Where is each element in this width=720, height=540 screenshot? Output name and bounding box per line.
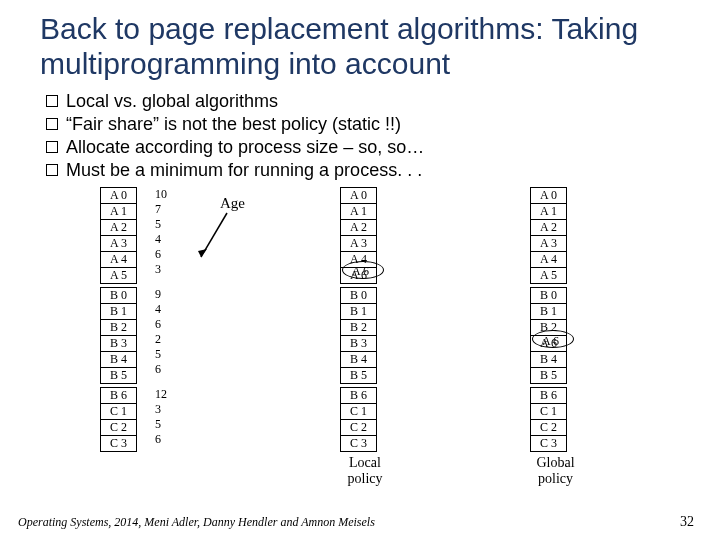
col1-table-B: B 0 B 1 B 2 B 3 B 4 B 5 xyxy=(100,287,137,384)
cell: C 2 xyxy=(531,420,567,436)
cell: A 0 xyxy=(101,188,137,204)
cell: B 4 xyxy=(531,352,567,368)
cell: B 1 xyxy=(341,304,377,320)
cell: B 1 xyxy=(531,304,567,320)
bullet-text: Must be a minimum for running a process.… xyxy=(66,160,422,181)
bullet-item: Allocate according to process size – so,… xyxy=(46,137,680,158)
col3-table-A: A 0 A 1 A 2 A 3 A 4 A 5 xyxy=(530,187,567,284)
age: 5 xyxy=(155,347,161,362)
cell: B 5 xyxy=(101,368,137,384)
cell: B 4 xyxy=(101,352,137,368)
cell: A 2 xyxy=(531,220,567,236)
cell: A 1 xyxy=(101,204,137,220)
col1-table-A: A 0 A 1 A 2 A 3 A 4 A 5 xyxy=(100,187,137,284)
bullet-list: Local vs. global algorithms “Fair share”… xyxy=(46,91,680,181)
age: 5 xyxy=(155,417,167,432)
age: 2 xyxy=(155,332,161,347)
col2-table-C: B 6 C 1 C 2 C 3 xyxy=(340,387,377,452)
diagram: A 0 A 1 A 2 A 3 A 4 A 5 10 7 5 4 6 3 B 0… xyxy=(40,187,680,487)
local-policy-label: Local policy xyxy=(340,455,390,487)
arrow-icon xyxy=(195,207,235,267)
cell: C 3 xyxy=(101,436,137,452)
age: 4 xyxy=(155,302,161,317)
cell: C 2 xyxy=(341,420,377,436)
cell: B 0 xyxy=(101,288,137,304)
slide-title: Back to page replacement algorithms: Tak… xyxy=(40,12,680,81)
bullet-text: “Fair share” is not the best policy (sta… xyxy=(66,114,401,135)
age: 10 xyxy=(155,187,167,202)
page-number: 32 xyxy=(680,514,694,530)
age: 6 xyxy=(155,247,167,262)
bullet-item: Local vs. global algorithms xyxy=(46,91,680,112)
cell: A 0 xyxy=(531,188,567,204)
global-policy-label: Global policy xyxy=(528,455,583,487)
cell: B 6 xyxy=(531,388,567,404)
cell: A 4 xyxy=(531,252,567,268)
cell: A 0 xyxy=(341,188,377,204)
checkbox-icon xyxy=(46,118,58,130)
bullet-text: Allocate according to process size – so,… xyxy=(66,137,424,158)
ages-B: 9 4 6 2 5 6 xyxy=(155,287,161,377)
cell: B 0 xyxy=(341,288,377,304)
bullet-item: “Fair share” is not the best policy (sta… xyxy=(46,114,680,135)
circle-icon xyxy=(342,261,384,279)
age: 3 xyxy=(155,402,167,417)
cell: B 3 xyxy=(341,336,377,352)
age: 7 xyxy=(155,202,167,217)
cell: A 3 xyxy=(341,236,377,252)
cell: A 2 xyxy=(341,220,377,236)
age: 4 xyxy=(155,232,167,247)
footer-text: Operating Systems, 2014, Meni Adler, Dan… xyxy=(18,515,375,530)
checkbox-icon xyxy=(46,164,58,176)
age: 9 xyxy=(155,287,161,302)
circle-icon xyxy=(532,330,574,348)
cell: A 5 xyxy=(531,268,567,284)
ages-A: 10 7 5 4 6 3 xyxy=(155,187,167,277)
age: 6 xyxy=(155,432,167,447)
cell: A 1 xyxy=(531,204,567,220)
bullet-text: Local vs. global algorithms xyxy=(66,91,278,112)
cell: A 1 xyxy=(341,204,377,220)
age: 3 xyxy=(155,262,167,277)
ages-C: 12 3 5 6 xyxy=(155,387,167,447)
cell: B 5 xyxy=(531,368,567,384)
age: 12 xyxy=(155,387,167,402)
col3-table-C: B 6 C 1 C 2 C 3 xyxy=(530,387,567,452)
cell: B 2 xyxy=(101,320,137,336)
col1-table-C: B 6 C 1 C 2 C 3 xyxy=(100,387,137,452)
age: 5 xyxy=(155,217,167,232)
cell: B 0 xyxy=(531,288,567,304)
cell: B 4 xyxy=(341,352,377,368)
cell: B 5 xyxy=(341,368,377,384)
cell: A 4 xyxy=(101,252,137,268)
cell: B 1 xyxy=(101,304,137,320)
checkbox-icon xyxy=(46,95,58,107)
checkbox-icon xyxy=(46,141,58,153)
age: 6 xyxy=(155,362,161,377)
age: 6 xyxy=(155,317,161,332)
cell: B 2 xyxy=(341,320,377,336)
cell: A 2 xyxy=(101,220,137,236)
cell: C 1 xyxy=(531,404,567,420)
cell: C 2 xyxy=(101,420,137,436)
cell: A 5 xyxy=(101,268,137,284)
cell: C 3 xyxy=(341,436,377,452)
bullet-item: Must be a minimum for running a process.… xyxy=(46,160,680,181)
cell: B 6 xyxy=(101,388,137,404)
cell: B 6 xyxy=(341,388,377,404)
cell: A 3 xyxy=(101,236,137,252)
cell: C 1 xyxy=(341,404,377,420)
col2-table-B: B 0 B 1 B 2 B 3 B 4 B 5 xyxy=(340,287,377,384)
cell: C 3 xyxy=(531,436,567,452)
cell: B 3 xyxy=(101,336,137,352)
cell: C 1 xyxy=(101,404,137,420)
cell: A 3 xyxy=(531,236,567,252)
